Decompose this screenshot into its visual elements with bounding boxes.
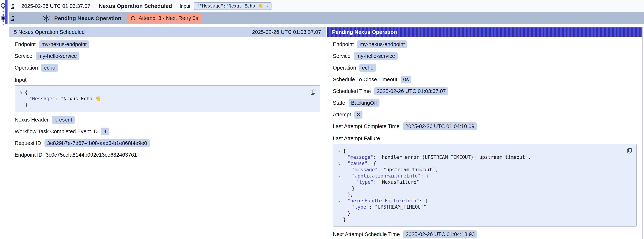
field-row-last-attempt-complete-time: Last Attempt Complete Time 2025-02-26 UT… [333,122,637,130]
pending-title: Pending Nexus Operation [54,15,121,22]
json-text: } [25,102,28,108]
json-line: } [18,102,307,108]
event-detail-timestamp: 2025-02-26 UTC 01:03:37.07 [252,29,321,35]
copy-button[interactable] [309,88,317,96]
field-row-service: Service my-hello-service [15,52,320,60]
json-text: "type": "UPSTREAM_TIMEOUT" [352,204,426,210]
json-text: }, [348,192,353,198]
retry-status-badge: Attempt 3 · Next Retry 0s [126,14,202,23]
json-text: "message": "upstream timeout", [352,166,438,173]
gutter-spacer [336,154,343,160]
json-text: "cause": { [348,160,376,166]
event-history-row[interactable]: 5 2025-02-26 UTC 01:03:37.07 Nexus Opera… [9,0,644,12]
field-value-badge: my-nexus-endpoint [357,40,408,48]
field-row-nexus-header: Nexus Header present [15,116,320,124]
event-detail-header: 5 Nexus Operation Scheduled 2025-02-26 U… [9,28,326,36]
pending-detail-title: Pending Nexus Operation [332,29,397,35]
json-text: "applicationFailureInfo": { [352,173,429,179]
event-timestamp: 2025-02-26 UTC 01:03:37.07 [21,3,90,9]
event-detail-panel: 5 Nexus Operation Scheduled 2025-02-26 U… [9,27,326,239]
indent-spacer [343,204,352,210]
input-json-block: ∨{"Message": "Nexus Echo 👋"} [15,85,320,112]
field-row-scheduled-time: Scheduled Time 2025-02-26 UTC 01:03:37.0… [333,87,637,95]
field-value-badge: 4 [101,128,109,136]
indent-spacer [343,210,348,216]
collapse-chevron-icon[interactable]: ∨ [336,160,343,166]
field-label: Endpoint ID [15,152,42,158]
json-line: "message": "handler error (UPSTREAM_TIME… [336,154,624,160]
field-label: Service [333,53,350,59]
input-section-label: Input [15,76,320,83]
field-label: Last Attempt Complete Time [333,123,400,130]
timeline-rail-bar [5,0,8,24]
json-text: } [343,216,346,222]
json-text: { [343,148,346,154]
field-value-badge: 2025-02-26 UTC 01:04:10.09 [403,122,477,130]
json-line: ∨"cause": { [336,160,624,166]
gutter-spacer [336,210,343,216]
field-label: Service [15,53,32,59]
pending-operation-row[interactable]: 5 Pending Nexus Operation Attempt 3 · Ne… [9,12,644,24]
indent-spacer [343,154,348,160]
json-text: { [25,89,28,96]
field-value-badge: my-nexus-endpoint [39,40,89,48]
event-title: Nexus Operation Scheduled [99,3,172,9]
pending-detail-header: Pending Nexus Operation [327,28,642,36]
field-row-endpoint-id: Endpoint ID 3c0c75ccfa8144b092c13ce63246… [15,151,320,159]
indent-spacer [343,179,356,185]
gutter-spacer [18,102,25,108]
event-id-link[interactable]: 5 [11,3,14,9]
json-line: "message": "upstream timeout", [336,166,624,173]
copy-icon [310,89,316,96]
field-row-state: State BackingOff [333,99,637,107]
field-label: State [333,100,345,106]
field-value-badge: 0s [401,76,412,84]
pending-id-link[interactable]: 5 [11,15,14,21]
json-line: ∨{ [336,148,624,154]
json-line: }, [336,192,624,198]
field-row-endpoint: Endpoint my-nexus-endpoint [333,40,637,48]
pending-detail-panel: Pending Nexus Operation Endpoint my-nexu… [327,27,642,239]
collapse-chevron-icon[interactable]: ∨ [336,198,343,204]
json-line: ∨"applicationFailureInfo": { [336,173,624,179]
field-row-operation: Operation echo [333,64,637,72]
copy-button[interactable] [626,147,633,154]
collapse-chevron-icon[interactable]: ∨ [18,89,25,96]
gutter-spacer [336,216,343,222]
field-label: Next Attempt Schedule Time [333,231,400,237]
field-label: Schedule To Close Timeout [333,76,398,82]
field-value-badge: echo [41,64,58,72]
field-label: Request ID [15,140,41,146]
field-row-operation: Operation echo [15,64,320,72]
field-label: Attempt [333,112,351,118]
pending-asterisk-icon [42,14,50,22]
field-row-attempt: Attempt 3 [333,110,637,118]
field-value-badge: present [52,116,75,124]
event-detail-title: 5 Nexus Operation Scheduled [14,29,85,35]
event-input-label: Input [180,3,190,9]
gutter-spacer [336,204,343,210]
json-line: } [336,210,624,216]
copy-icon [626,148,633,154]
field-row-wft-completed-event-id: Workflow Task Completed Event ID 4 [15,127,320,136]
collapse-chevron-icon[interactable]: ∨ [336,173,343,179]
endpoint-id-link[interactable]: 3c0c75ccfa8144b092c13ce632463761 [46,152,137,158]
collapse-chevron-icon[interactable]: ∨ [336,148,343,154]
field-label: Operation [15,65,38,71]
field-row-next-attempt-schedule-time: Next Attempt Schedule Time 2025-02-26 UT… [333,230,637,238]
json-text: "Message": "Nexus Echo 👋" [29,96,104,102]
indent-spacer [343,185,352,192]
indent-spacer [343,198,348,204]
json-text: "nexusHandlerFailureInfo": { [348,198,428,204]
json-line: "type": "NexusFailure" [336,179,624,185]
field-value-badge: echo [359,64,376,72]
field-label: Operation [333,65,356,71]
event-input-preview-badge[interactable]: {"Message":"Nexus Echo 👋"} [194,2,271,10]
retry-badge-text: Attempt 3 · Next Retry 0s [138,15,198,21]
json-text: "message": "handler error (UPSTREAM_TIME… [348,154,531,160]
gutter-spacer [336,179,343,185]
field-row-service: Service my-hello-service [333,52,637,60]
field-label: Scheduled Time [333,88,371,94]
refresh-icon [130,15,136,21]
json-line: ∨"nexusHandlerFailureInfo": { [336,198,624,204]
